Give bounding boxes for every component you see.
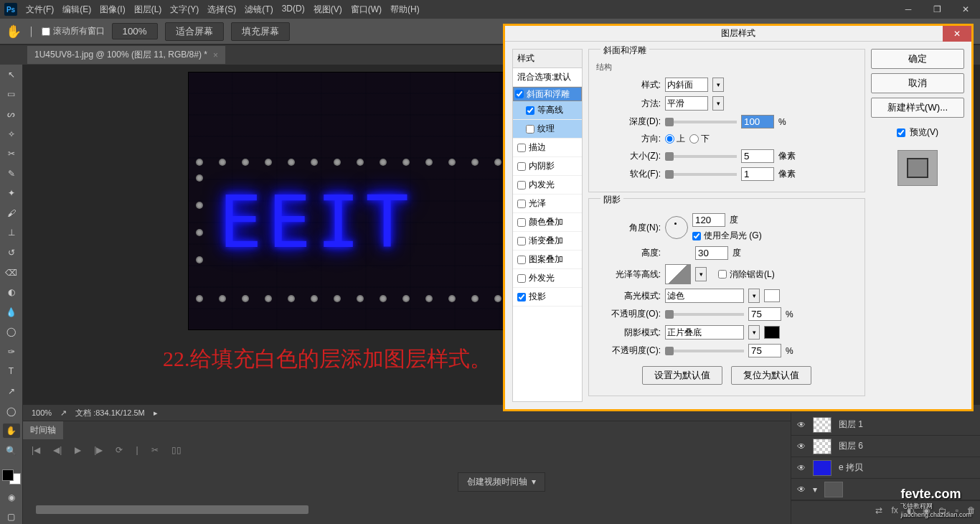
layer-row[interactable]: 👁 图层 1 bbox=[791, 414, 980, 436]
style-list-header[interactable]: 样式 bbox=[513, 50, 582, 68]
color-overlay-checkbox[interactable] bbox=[517, 218, 526, 227]
lasso-tool[interactable]: ᔕ bbox=[3, 107, 20, 121]
timeline-tab[interactable]: 时间轴 bbox=[23, 421, 63, 439]
new-style-button[interactable]: 新建样式(W)... bbox=[871, 98, 964, 118]
visibility-icon[interactable]: 👁 bbox=[797, 420, 806, 430]
method-select-arrow-icon[interactable]: ▾ bbox=[712, 96, 724, 111]
style-select-arrow-icon[interactable]: ▾ bbox=[712, 78, 724, 92]
stroke-checkbox[interactable] bbox=[517, 144, 526, 152]
shadow-arrow-icon[interactable]: ▾ bbox=[748, 325, 760, 340]
create-video-timeline-button[interactable]: 创建视频时间轴 ▾ bbox=[458, 472, 545, 492]
menu-image[interactable]: 图像(I) bbox=[100, 4, 125, 16]
size-slider[interactable] bbox=[665, 155, 737, 158]
timeline-play-icon[interactable]: ▶ bbox=[75, 445, 81, 455]
status-zoom[interactable]: 100% bbox=[32, 408, 52, 417]
outer-glow-checkbox[interactable] bbox=[517, 274, 526, 283]
soften-input[interactable] bbox=[741, 167, 774, 181]
timeline-first-icon[interactable]: |◀ bbox=[32, 445, 40, 455]
texture-checkbox[interactable] bbox=[526, 125, 534, 134]
highlight-mode-select[interactable]: 滤色 bbox=[665, 289, 744, 303]
highlight-arrow-icon[interactable]: ▾ bbox=[748, 289, 760, 303]
highlight-color-swatch[interactable] bbox=[764, 289, 780, 302]
inner-glow-checkbox[interactable] bbox=[517, 181, 526, 190]
fill-screen-button[interactable]: 填充屏幕 bbox=[231, 22, 290, 41]
ok-button[interactable]: 确定 bbox=[871, 49, 964, 69]
global-light-checkbox[interactable] bbox=[692, 232, 701, 240]
menu-type[interactable]: 文字(Y) bbox=[170, 4, 199, 16]
brush-tool[interactable]: 🖌 bbox=[3, 206, 20, 220]
soften-slider[interactable] bbox=[665, 173, 737, 176]
style-contour[interactable]: 等高线 bbox=[513, 101, 582, 120]
angle-input[interactable] bbox=[692, 213, 725, 227]
reset-default-button[interactable]: 复位为默认值 bbox=[731, 366, 811, 385]
direction-down-radio[interactable] bbox=[689, 134, 699, 144]
menu-window[interactable]: 窗口(W) bbox=[351, 4, 382, 16]
hand-tool[interactable]: ✋ bbox=[3, 424, 20, 438]
menu-edit[interactable]: 编辑(E) bbox=[62, 4, 91, 16]
anti-alias-checkbox[interactable] bbox=[718, 270, 727, 279]
marquee-tool[interactable]: ▭ bbox=[3, 88, 20, 102]
crop-tool[interactable]: ✂ bbox=[3, 146, 20, 161]
style-satin[interactable]: 光泽 bbox=[513, 195, 582, 213]
style-select[interactable]: 内斜面 bbox=[665, 78, 708, 92]
shadow-opacity-input[interactable] bbox=[748, 344, 781, 357]
shadow-color-swatch[interactable] bbox=[764, 326, 780, 339]
direction-up-radio[interactable] bbox=[665, 134, 674, 144]
share-icon[interactable]: ↗ bbox=[60, 408, 67, 418]
style-bevel[interactable]: 斜面和浮雕 bbox=[513, 87, 582, 101]
timeline-cut-icon[interactable]: ✂ bbox=[151, 445, 159, 455]
style-color-overlay[interactable]: 颜色叠加 bbox=[513, 213, 582, 232]
menu-filter[interactable]: 滤镜(T) bbox=[245, 4, 273, 16]
style-blend-options[interactable]: 混合选项:默认 bbox=[513, 68, 582, 87]
zoom-tool[interactable]: 🔍 bbox=[3, 444, 20, 458]
timeline-next-icon[interactable]: |▶ bbox=[94, 445, 103, 455]
set-default-button[interactable]: 设置为默认值 bbox=[642, 366, 722, 385]
style-texture[interactable]: 纹理 bbox=[513, 120, 582, 139]
shadow-mode-select[interactable]: 正片叠底 bbox=[665, 325, 744, 340]
eraser-tool[interactable]: ⌫ bbox=[3, 266, 20, 280]
history-brush-tool[interactable]: ↺ bbox=[3, 245, 20, 260]
gradient-overlay-checkbox[interactable] bbox=[517, 237, 526, 245]
close-button[interactable]: ✕ bbox=[951, 0, 980, 19]
dodge-tool[interactable]: ◯ bbox=[3, 325, 20, 340]
preview-checkbox[interactable] bbox=[897, 128, 905, 137]
style-stroke[interactable]: 描边 bbox=[513, 139, 582, 157]
status-chevron-icon[interactable]: ▸ bbox=[154, 408, 158, 418]
foreground-color-swatch[interactable] bbox=[2, 469, 14, 481]
document-tab[interactable]: 1U45UV8-1.jpg @ 100% (图层 11, RGB/8#) * × bbox=[27, 46, 225, 64]
altitude-input[interactable] bbox=[695, 246, 728, 260]
quickmask-tool[interactable]: ◉ bbox=[3, 490, 20, 505]
shape-tool[interactable]: ◯ bbox=[3, 404, 20, 418]
heal-tool[interactable]: ✦ bbox=[3, 186, 20, 200]
layer-row[interactable]: 👁 e 拷贝 bbox=[791, 457, 980, 479]
depth-input[interactable] bbox=[741, 115, 774, 128]
wand-tool[interactable]: ✧ bbox=[3, 127, 20, 141]
cancel-button[interactable]: 取消 bbox=[871, 73, 964, 93]
menu-file[interactable]: 文件(F) bbox=[26, 4, 54, 16]
folder-toggle-icon[interactable]: ▾ bbox=[813, 485, 817, 495]
blur-tool[interactable]: 💧 bbox=[3, 305, 20, 319]
scroll-all-checkbox[interactable] bbox=[42, 27, 50, 36]
path-tool[interactable]: ↗ bbox=[3, 384, 20, 398]
dialog-close-button[interactable]: ✕ bbox=[943, 26, 971, 42]
highlight-opacity-input[interactable] bbox=[748, 307, 781, 321]
style-inner-glow[interactable]: 内发光 bbox=[513, 176, 582, 195]
link-layers-icon[interactable]: ⇄ bbox=[875, 505, 882, 515]
stamp-tool[interactable]: ⊥ bbox=[3, 226, 20, 240]
pen-tool[interactable]: ✑ bbox=[3, 345, 20, 359]
gradient-tool[interactable]: ◐ bbox=[3, 285, 20, 299]
maximize-button[interactable]: ❐ bbox=[923, 0, 951, 19]
visibility-icon[interactable]: 👁 bbox=[797, 485, 806, 495]
screenmode-tool[interactable]: ▢ bbox=[3, 510, 20, 524]
timeline-prev-icon[interactable]: ◀| bbox=[53, 445, 62, 455]
menu-layer[interactable]: 图层(L) bbox=[134, 4, 162, 16]
size-input[interactable] bbox=[741, 149, 774, 163]
angle-dial[interactable] bbox=[665, 216, 688, 239]
gloss-arrow-icon[interactable]: ▾ bbox=[695, 267, 707, 281]
color-swatches[interactable] bbox=[2, 469, 21, 485]
move-tool[interactable]: ↖ bbox=[3, 67, 20, 82]
contour-checkbox[interactable] bbox=[526, 106, 534, 115]
eyedropper-tool[interactable]: ✎ bbox=[3, 167, 20, 181]
fx-icon[interactable]: fx bbox=[891, 505, 897, 515]
style-gradient-overlay[interactable]: 渐变叠加 bbox=[513, 232, 582, 251]
